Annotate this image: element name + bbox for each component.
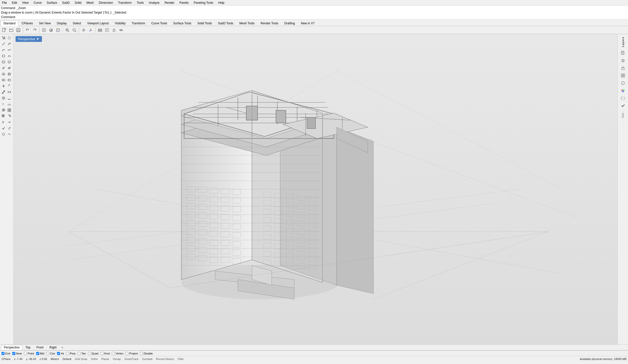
tool-sphere[interactable] [7,71,12,77]
tool-array-polar[interactable] [7,113,12,119]
toolbar-icon-shaded[interactable] [48,27,54,33]
menu-item-transform[interactable]: Transform [117,1,133,5]
tab-display[interactable]: Display [54,21,69,26]
tool-rectangle[interactable] [1,59,6,65]
tool-circle[interactable] [1,53,6,59]
snap-int[interactable]: Int [57,352,64,355]
tool-boolean-diff[interactable] [7,77,12,83]
tab-new-v7[interactable]: New in V7 [298,21,318,26]
viewport-name-button[interactable]: Perspective ▼ [16,36,42,42]
viewport-tab-add[interactable]: + [60,345,65,350]
viewport-tab-top[interactable]: Top [23,345,33,350]
tool-curve[interactable] [1,47,6,53]
status-filter[interactable]: Filter [178,357,184,360]
tab-setview[interactable]: Set View [36,21,54,26]
menu-item-edit[interactable]: Edit [11,1,18,5]
menu-item-surface[interactable]: Surface [46,1,58,5]
viewport[interactable]: Perspective ▼ [14,34,617,344]
tool-check[interactable] [1,125,6,131]
tab-viewport-layout[interactable]: Viewport Layout [84,21,112,26]
viewport-tab-perspective[interactable]: Perspective [1,345,22,350]
tool-boolean-union[interactable] [1,77,6,83]
menu-item-panels[interactable]: Panels [178,1,190,5]
tool-box[interactable] [1,71,6,77]
tab-cplanes[interactable]: CPlanes [19,21,36,26]
tab-select[interactable]: Select [70,21,84,26]
tab-mesh-tools[interactable]: Mesh Tools [237,21,257,26]
tab-surface-tools[interactable]: Surface Tools [170,21,194,26]
status-planar[interactable]: Planar [101,357,109,360]
toolbar-icon-properties[interactable] [104,27,110,33]
snap-knot-checkbox[interactable] [100,352,103,355]
tool-polygon[interactable] [7,59,12,65]
tab-subd-tools[interactable]: SubD Tools [215,21,236,26]
snap-cen-checkbox[interactable] [46,352,49,355]
toolbar-icon-wireframe[interactable] [41,27,47,33]
snap-end[interactable]: End [2,352,10,355]
toolbar-icon-3[interactable] [15,27,22,33]
menu-item-tools[interactable]: Tools [136,1,145,5]
tool-block[interactable] [1,107,6,113]
tab-visibility[interactable]: Visibility [112,21,128,26]
menu-item-file[interactable]: File [1,1,8,5]
toolbar-icon-1[interactable] [1,27,8,33]
tool-group[interactable] [7,107,12,113]
tab-transform[interactable]: Transform [129,21,148,26]
layers-icon-lock[interactable] [619,64,626,71]
snap-quad[interactable]: Quad [88,352,98,355]
toolbar-icon-gumball[interactable] [87,27,94,33]
tool-select-circle[interactable] [7,35,12,41]
menu-item-paneling[interactable]: Paneling Tools [193,1,214,5]
menu-item-view[interactable]: View [21,1,30,5]
tool-dim[interactable] [7,101,12,107]
layers-icon-check[interactable] [619,102,626,109]
layers-icon-box[interactable] [619,95,626,102]
snap-point[interactable]: Point [24,352,34,355]
toolbar-icon-zoom-window[interactable] [71,27,78,33]
tool-measure[interactable] [7,95,12,101]
status-record-history[interactable]: Record History [156,357,174,360]
tab-drafting[interactable]: Drafting [282,21,298,26]
tab-curve-tools[interactable]: Curve Tools [148,21,170,26]
menu-item-dimension[interactable]: Dimension [98,1,114,5]
tool-select[interactable] [1,35,6,41]
tool-extend[interactable] [7,119,12,125]
snap-quad-checkbox[interactable] [88,352,91,355]
tool-mirror[interactable] [7,89,12,95]
snap-tan-checkbox[interactable] [78,352,81,355]
toolbar-icon-zoom-extent[interactable] [64,27,71,33]
snap-vertex[interactable]: Vertex [112,352,123,355]
tab-render-tools[interactable]: Render Tools [258,21,281,26]
snap-project[interactable]: Project [125,352,138,355]
layers-icon-circle[interactable] [619,80,626,87]
layers-icon-star[interactable] [619,57,626,64]
snap-disable-checkbox[interactable] [140,352,143,355]
tab-solid-tools[interactable]: Solid Tools [195,21,215,26]
tool-text[interactable]: T [1,101,6,107]
snap-near-checkbox[interactable] [12,352,15,355]
toolbar-icon-osnap[interactable] [80,27,87,33]
snap-project-checkbox[interactable] [125,352,128,355]
status-ortho[interactable]: Ortho [91,357,98,360]
toolbar-icon-lock[interactable] [111,27,117,33]
tool-mesh[interactable] [7,65,12,71]
menu-item-curve[interactable]: Curve [33,1,43,5]
tool-analyze[interactable] [1,95,6,101]
tool-trim[interactable] [1,119,6,125]
snap-perp-checkbox[interactable] [66,352,69,355]
status-osnap[interactable]: Osnap [113,357,121,360]
toolbar-icon-redo[interactable] [31,27,38,33]
tab-standard[interactable]: Standard [1,21,18,26]
status-gumball[interactable]: Gumball [142,357,152,360]
snap-knot[interactable]: Knot [100,352,110,355]
snap-tan[interactable]: Tan [78,352,86,355]
tool-surface[interactable] [1,65,6,71]
tool-polyline[interactable] [7,41,12,47]
viewport-tab-right[interactable]: Right [47,345,59,350]
snap-cen[interactable]: Cen [46,352,55,355]
snap-mid[interactable]: Mid [36,352,44,355]
tool-array[interactable] [1,113,6,119]
menu-item-mesh[interactable]: Mesh [85,1,95,5]
menu-item-render[interactable]: Render [164,1,175,5]
snap-point-checkbox[interactable] [24,352,27,355]
